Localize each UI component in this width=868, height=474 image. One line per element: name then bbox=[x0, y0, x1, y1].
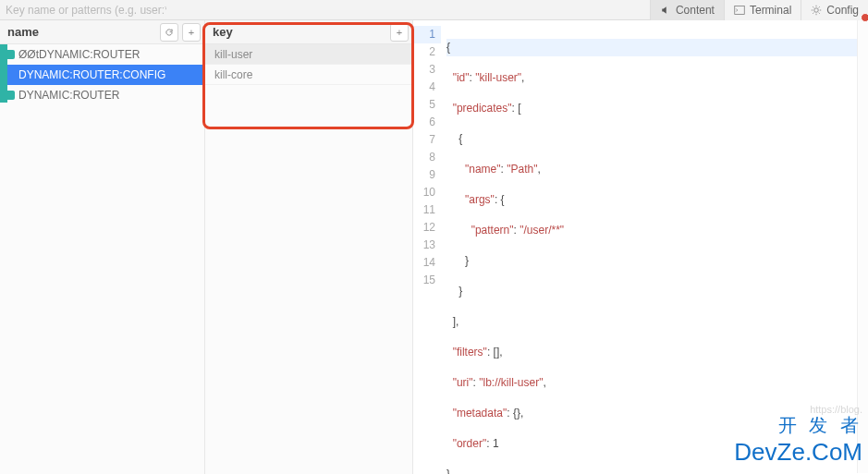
line-number: 13 bbox=[413, 237, 441, 254]
line-number: 7 bbox=[413, 131, 441, 149]
tab-terminal-label: Terminal bbox=[750, 4, 791, 17]
line-number: 14 bbox=[413, 254, 441, 272]
key-row-label: kill-core bbox=[214, 68, 252, 81]
name-row-label: DYNAMIC:ROUTER:CONFIG bbox=[18, 68, 165, 81]
tok: "kill-user" bbox=[475, 71, 521, 84]
line-number: 3 bbox=[413, 61, 441, 79]
line-number: 12 bbox=[413, 219, 441, 237]
speaker-icon bbox=[660, 5, 671, 16]
panel-name-title: name bbox=[0, 25, 160, 39]
tok: "args" bbox=[465, 193, 495, 206]
tok: { bbox=[446, 41, 450, 54]
line-number: 5 bbox=[413, 96, 441, 114]
right-edge bbox=[857, 20, 868, 473]
line-number: 10 bbox=[413, 184, 441, 201]
gear-icon bbox=[811, 5, 822, 16]
top-toolbar: Key name or patterns (e.g. user:*) ▾ Con… bbox=[0, 0, 868, 20]
line-number: 6 bbox=[413, 114, 441, 131]
key-row-label: kill-user bbox=[214, 48, 252, 61]
tab-config-label: Config bbox=[826, 4, 859, 17]
strip-item bbox=[0, 44, 7, 103]
line-gutter: 1 2 3 4 5 6 7 8 9 10 11 12 13 14 15 bbox=[413, 20, 441, 474]
line-number: 8 bbox=[413, 149, 441, 166]
tok: "/user/**" bbox=[520, 224, 564, 237]
tab-content-label: Content bbox=[676, 4, 715, 17]
main-area: name + ØØtDYNAMIC:ROUTER DYNAMIC:ROUTER:… bbox=[0, 20, 868, 474]
tok: "metadata" bbox=[453, 407, 507, 419]
line-number: 4 bbox=[413, 79, 441, 96]
name-row[interactable]: DYNAMIC:ROUTER:CONFIG bbox=[0, 65, 204, 85]
line-number: 1 bbox=[413, 26, 441, 43]
tok: "filters" bbox=[453, 346, 487, 359]
left-strip bbox=[0, 44, 7, 103]
tok: "id" bbox=[453, 71, 470, 84]
search-input-wrap[interactable]: Key name or patterns (e.g. user:*) ▾ bbox=[0, 4, 166, 17]
name-row[interactable]: DYNAMIC:ROUTER bbox=[0, 85, 204, 105]
notification-badge bbox=[861, 13, 868, 22]
code-editor[interactable]: { "id": "kill-user", "predicates": [ { "… bbox=[441, 20, 868, 474]
svg-point-1 bbox=[814, 7, 819, 12]
tok: } bbox=[458, 285, 462, 298]
svg-rect-0 bbox=[735, 6, 745, 14]
name-row[interactable]: ØØtDYNAMIC:ROUTER bbox=[0, 44, 204, 65]
add-key-button[interactable]: + bbox=[390, 23, 409, 42]
tok: "Path" bbox=[507, 163, 537, 176]
panel-name-header: name + bbox=[0, 20, 204, 44]
tok: 1 bbox=[493, 437, 499, 450]
key-row[interactable]: kill-user bbox=[205, 44, 412, 65]
tok: "lb://kill-user" bbox=[479, 376, 543, 389]
name-row-label: DYNAMIC:ROUTER bbox=[18, 89, 119, 102]
name-rows: ØØtDYNAMIC:ROUTER DYNAMIC:ROUTER:CONFIG … bbox=[0, 44, 204, 105]
tok: "predicates" bbox=[453, 102, 512, 115]
search-placeholder: Key name or patterns (e.g. user:*) bbox=[6, 4, 166, 17]
terminal-icon bbox=[734, 5, 745, 16]
tok: ], bbox=[453, 315, 459, 328]
tab-config[interactable]: Config bbox=[801, 0, 868, 20]
tok: { bbox=[458, 132, 462, 145]
panel-name: name + ØØtDYNAMIC:ROUTER DYNAMIC:ROUTER:… bbox=[0, 20, 205, 474]
tab-bar: Content Terminal Config bbox=[650, 0, 868, 20]
tok: [], bbox=[494, 346, 503, 359]
name-row-label: ØØtDYNAMIC:ROUTER bbox=[18, 48, 140, 61]
tok: "name" bbox=[465, 163, 501, 176]
add-name-button[interactable]: + bbox=[182, 23, 201, 42]
refresh-button[interactable] bbox=[160, 23, 178, 42]
key-row[interactable]: kill-core bbox=[205, 65, 412, 85]
tok: "order" bbox=[453, 437, 487, 450]
key-rows: kill-user kill-core bbox=[205, 44, 412, 85]
tab-terminal[interactable]: Terminal bbox=[724, 0, 801, 20]
panel-key-header: key + bbox=[205, 20, 412, 44]
line-number: 9 bbox=[413, 166, 441, 184]
panel-key-title: key bbox=[205, 25, 390, 39]
line-number: 2 bbox=[413, 43, 441, 61]
tok: } bbox=[446, 468, 450, 474]
tab-content[interactable]: Content bbox=[650, 0, 724, 20]
panel-code: 1 2 3 4 5 6 7 8 9 10 11 12 13 14 15 { "i… bbox=[413, 20, 868, 474]
tok: "pattern" bbox=[471, 224, 514, 237]
line-number: 15 bbox=[413, 272, 441, 289]
tok: "uri" bbox=[453, 376, 473, 389]
panel-key: key + kill-user kill-core bbox=[205, 20, 413, 474]
tok: } bbox=[465, 254, 469, 267]
line-number: 11 bbox=[413, 201, 441, 219]
tok: {}, bbox=[513, 407, 523, 419]
